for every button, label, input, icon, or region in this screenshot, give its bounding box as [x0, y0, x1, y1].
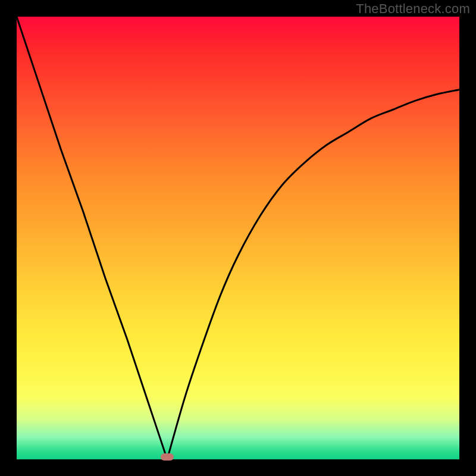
watermark-text: TheBottleneck.com: [356, 1, 470, 17]
chart-frame: TheBottleneck.com: [0, 0, 476, 476]
curve-min-marker: [161, 453, 174, 461]
plot-area: [17, 17, 459, 459]
bottleneck-curve: [17, 17, 459, 459]
